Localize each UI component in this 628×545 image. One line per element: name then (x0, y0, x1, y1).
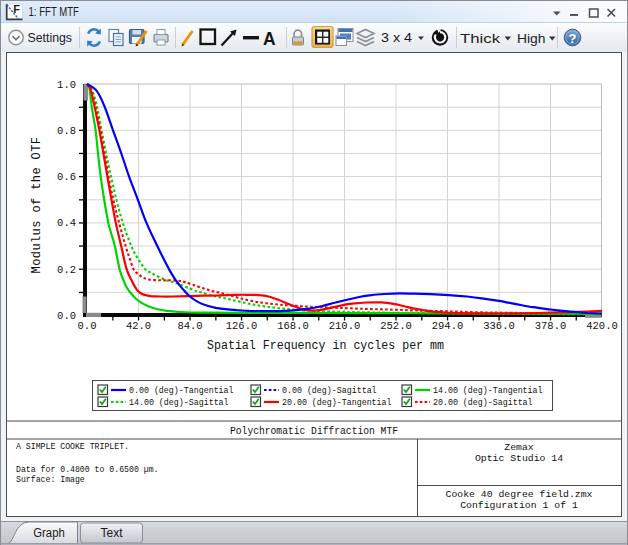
svg-text:F: F (13, 3, 20, 15)
svg-text:Graph: Graph (33, 526, 65, 540)
svg-text:Settings: Settings (28, 31, 73, 45)
svg-text:?: ? (569, 31, 577, 46)
svg-text:High: High (517, 31, 546, 46)
svg-text:Text: Text (100, 526, 123, 540)
svg-text:3 x 4: 3 x 4 (381, 31, 412, 45)
svg-text:Thick: Thick (460, 31, 501, 46)
svg-text:1: FFT MTF: 1: FFT MTF (29, 5, 80, 19)
svg-text:A: A (263, 29, 276, 49)
